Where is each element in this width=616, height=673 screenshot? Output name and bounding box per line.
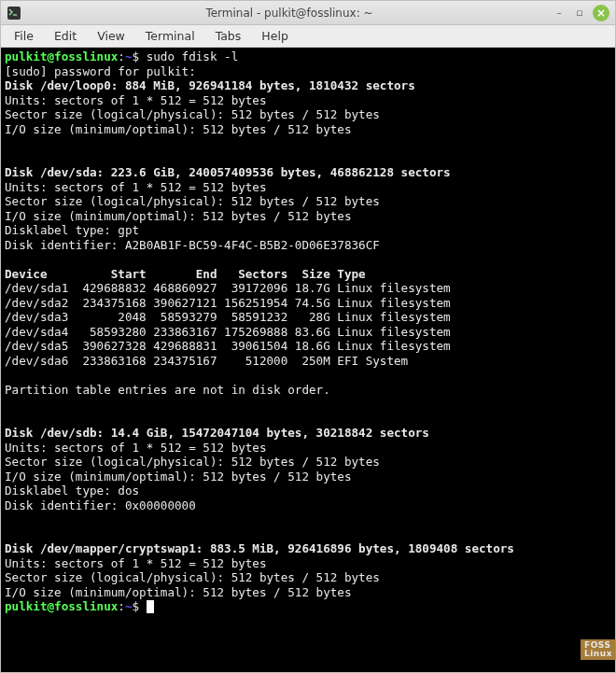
terminal-icon	[7, 6, 21, 21]
menu-terminal[interactable]: Terminal	[136, 27, 204, 45]
disk-header: Disk /dev/mapper/cryptswap1: 883.5 MiB, …	[5, 541, 514, 555]
partition-row: /dev/sda6 233863168 234375167 512000 250…	[5, 354, 408, 368]
prompt-user: pulkit@fosslinux	[5, 599, 118, 613]
prompt-path: ~	[125, 49, 133, 63]
menu-help[interactable]: Help	[252, 27, 298, 45]
output-line: Disklabel type: dos	[5, 484, 139, 498]
disk-header: Disk /dev/sdb: 14.4 GiB, 15472047104 byt…	[5, 426, 429, 440]
window-title: Terminal - pulkit@fosslinux: ~	[27, 7, 552, 20]
partition-row: /dev/sda3 2048 58593279 58591232 28G Lin…	[5, 310, 451, 324]
output-line: Disk identifier: A2B0AB1F-BC59-4F4C-B5B2…	[5, 238, 380, 252]
disk-header: Disk /dev/sda: 223.6 GiB, 240057409536 b…	[5, 165, 451, 179]
close-button[interactable]: ×	[593, 5, 609, 21]
prompt-path: ~	[125, 599, 133, 613]
output-line: Partition table entries are not in disk …	[5, 383, 330, 397]
menu-view[interactable]: View	[88, 27, 134, 45]
output-line: Units: sectors of 1 * 512 = 512 bytes	[5, 556, 267, 570]
partition-header: Device Start End Sectors Size Type	[5, 267, 366, 281]
menu-file[interactable]: File	[5, 27, 43, 45]
output-line: Units: sectors of 1 * 512 = 512 bytes	[5, 93, 267, 107]
output-line: Sector size (logical/physical): 512 byte…	[5, 194, 380, 208]
output-line: I/O size (minimum/optimal): 512 bytes / …	[5, 470, 352, 484]
output-line: Sector size (logical/physical): 512 byte…	[5, 570, 380, 584]
partition-row: /dev/sda2 234375168 390627121 156251954 …	[5, 296, 451, 310]
menu-edit[interactable]: Edit	[45, 27, 86, 45]
window-controls: – ▫ ×	[552, 5, 609, 21]
output-line: I/O size (minimum/optimal): 512 bytes / …	[5, 585, 352, 599]
partition-row: /dev/sda1 429688832 468860927 39172096 1…	[5, 281, 451, 295]
output-line: Units: sectors of 1 * 512 = 512 bytes	[5, 441, 267, 455]
prompt-suffix: $	[133, 599, 147, 613]
output-line: Disk identifier: 0x00000000	[5, 498, 196, 512]
terminal-window: Terminal - pulkit@fosslinux: ~ – ▫ × Fil…	[0, 0, 616, 673]
watermark: FOSS Linux	[581, 639, 616, 660]
minimize-button[interactable]: –	[552, 6, 567, 21]
maximize-button[interactable]: ▫	[572, 6, 587, 21]
output-line: Disklabel type: gpt	[5, 223, 139, 237]
partition-row: /dev/sda4 58593280 233863167 175269888 8…	[5, 325, 451, 339]
output-line: Sector size (logical/physical): 512 byte…	[5, 455, 380, 469]
prompt-sep: :	[118, 599, 125, 613]
output-line: Sector size (logical/physical): 512 byte…	[5, 107, 380, 121]
prompt-sep: :	[118, 49, 125, 63]
terminal-output[interactable]: pulkit@fosslinux:~$ sudo fdisk -l [sudo]…	[1, 48, 615, 672]
partition-row: /dev/sda5 390627328 429688831 39061504 1…	[5, 339, 451, 353]
command-text: sudo fdisk -l	[147, 49, 239, 63]
disk-header: Disk /dev/loop0: 884 MiB, 926941184 byte…	[5, 78, 415, 92]
prompt-user: pulkit@fosslinux	[5, 49, 118, 63]
output-line: [sudo] password for pulkit:	[5, 64, 196, 78]
menu-tabs[interactable]: Tabs	[206, 27, 251, 45]
svg-rect-0	[7, 7, 21, 20]
output-line: I/O size (minimum/optimal): 512 bytes / …	[5, 122, 352, 136]
titlebar[interactable]: Terminal - pulkit@fosslinux: ~ – ▫ ×	[1, 1, 615, 25]
menubar: File Edit View Terminal Tabs Help	[1, 25, 615, 48]
output-line: Units: sectors of 1 * 512 = 512 bytes	[5, 180, 267, 194]
watermark-line2: Linux	[584, 649, 612, 658]
prompt-suffix: $	[133, 49, 147, 63]
output-line: I/O size (minimum/optimal): 512 bytes / …	[5, 209, 352, 223]
cursor-icon	[147, 600, 154, 613]
